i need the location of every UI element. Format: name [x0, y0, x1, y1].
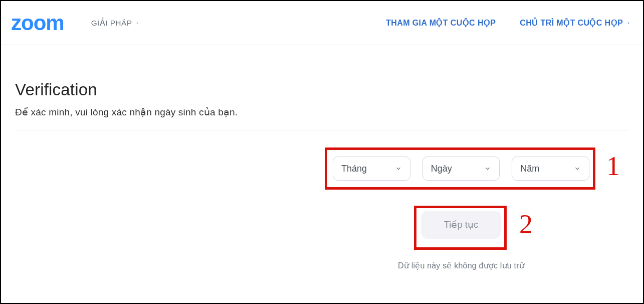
year-select-label: Năm [520, 164, 539, 174]
page-title: Verification [15, 80, 629, 99]
chevron-down-icon [135, 21, 140, 26]
chevron-down-icon [395, 165, 402, 172]
date-select-row: Tháng Ngày Năm [326, 147, 596, 270]
main-content: Verification Để xác minh, vui lòng xác n… [1, 45, 643, 270]
day-select-label: Ngày [431, 164, 452, 174]
data-storage-note: Dữ liệu này sẽ không được lưu trữ [326, 261, 596, 270]
year-select[interactable]: Năm [512, 157, 589, 181]
nav-solutions[interactable]: GIẢI PHÁP [91, 19, 140, 28]
annotation-number-1: 1 [606, 150, 620, 182]
nav-host-label: CHỦ TRÌ MỘT CUỘC HỌP [520, 18, 623, 28]
page-subtitle: Để xác minh, vui lòng xác nhận ngày sinh… [15, 106, 629, 118]
month-select[interactable]: Tháng [333, 157, 410, 181]
nav-right: THAM GIA MỘT CUỘC HỌP CHỦ TRÌ MỘT CUỘC H… [386, 18, 631, 28]
form-area: 1 Tháng Ngày [15, 147, 629, 270]
divider [15, 130, 629, 130]
nav-left: GIẢI PHÁP [91, 19, 140, 28]
zoom-logo: zoom [11, 13, 64, 34]
month-select-label: Tháng [341, 164, 367, 174]
nav-solutions-label: GIẢI PHÁP [91, 19, 132, 28]
chevron-down-icon [574, 165, 581, 172]
continue-button[interactable]: Tiếp tục [421, 211, 501, 239]
chevron-down-icon [626, 21, 631, 26]
nav-host-meeting[interactable]: CHỦ TRÌ MỘT CUỘC HỌP [520, 18, 631, 28]
annotation-number-2: 2 [519, 209, 533, 240]
nav-join-meeting[interactable]: THAM GIA MỘT CUỘC HỌP [386, 18, 496, 28]
day-select[interactable]: Ngày [422, 157, 500, 181]
header: zoom GIẢI PHÁP THAM GIA MỘT CUỘC HỌP CHỦ… [1, 1, 643, 45]
nav-join-label: THAM GIA MỘT CUỘC HỌP [386, 18, 496, 28]
chevron-down-icon [484, 165, 491, 172]
